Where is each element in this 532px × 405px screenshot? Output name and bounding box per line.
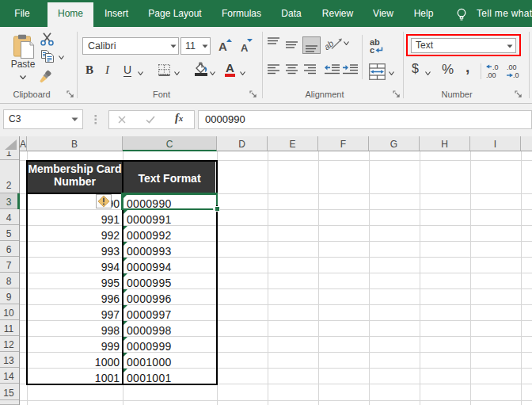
svg-text:.00: .00 bbox=[507, 63, 517, 71]
svg-text:c: c bbox=[370, 45, 374, 54]
svg-text:.0: .0 bbox=[513, 71, 519, 78]
svg-text:.0: .0 bbox=[492, 63, 499, 71]
svg-text:.00: .00 bbox=[486, 71, 496, 78]
svg-text:ab: ab bbox=[325, 38, 336, 51]
